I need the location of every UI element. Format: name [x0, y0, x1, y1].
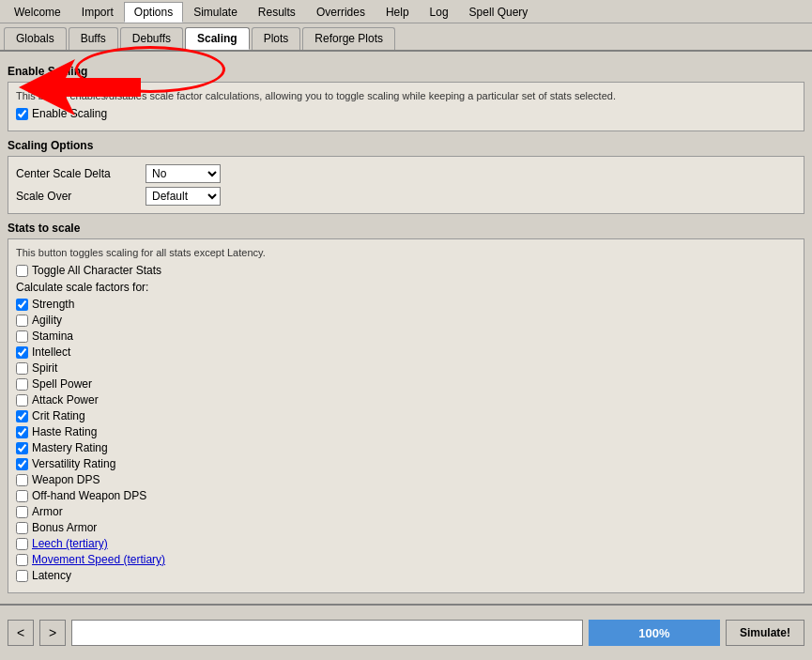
stat-row: Agility	[16, 314, 796, 327]
menu-import[interactable]: Import	[71, 2, 124, 23]
stat-label[interactable]: Bonus Armor	[32, 521, 97, 534]
stat-label[interactable]: Spirit	[32, 361, 57, 375]
menu-overrides[interactable]: Overrides	[306, 2, 375, 23]
stat-row: Spirit	[16, 361, 796, 375]
stat-checkbox-haste-rating[interactable]	[16, 426, 28, 438]
back-button[interactable]: <	[8, 620, 34, 646]
stats-box: This button toggles scaling for all stat…	[8, 238, 804, 593]
menu-options[interactable]: Options	[124, 2, 183, 23]
stat-label[interactable]: Spell Power	[32, 377, 92, 391]
tab-buffs[interactable]: Buffs	[69, 27, 118, 50]
enable-scaling-desc: This button enables/disables scale facto…	[16, 90, 796, 101]
scaling-options-header: Scaling Options	[8, 139, 804, 152]
stat-row: Bonus Armor	[16, 521, 796, 534]
stat-checkbox-leech-(tertiary)[interactable]	[16, 538, 28, 550]
forward-button[interactable]: >	[39, 620, 66, 646]
stat-row: Armor	[16, 505, 796, 518]
stat-label[interactable]: Intellect	[32, 345, 70, 359]
stat-label[interactable]: Latency	[32, 569, 71, 582]
stat-label[interactable]: Stamina	[32, 330, 73, 343]
bottom-input[interactable]	[71, 620, 583, 646]
stat-checkbox-agility[interactable]	[16, 315, 28, 327]
menu-spell-query[interactable]: Spell Query	[459, 2, 539, 23]
stat-label[interactable]: Haste Rating	[32, 425, 97, 438]
stat-checkbox-off-hand-weapon-dps[interactable]	[16, 490, 28, 502]
stat-row: Spell Power	[16, 377, 796, 391]
menu-simulate[interactable]: Simulate	[183, 2, 248, 23]
menu-bar: Welcome Import Options Simulate Results …	[0, 0, 812, 23]
menu-results[interactable]: Results	[248, 2, 306, 23]
stat-row: Attack Power	[16, 393, 796, 407]
enable-scaling-row: Enable Scaling	[16, 107, 796, 120]
stat-checkbox-spirit[interactable]	[16, 362, 28, 375]
stat-row: Off-hand Weapon DPS	[16, 489, 796, 502]
enable-scaling-box: This button enables/disables scale facto…	[8, 82, 804, 131]
stat-label[interactable]: Agility	[32, 314, 62, 327]
menu-log[interactable]: Log	[420, 2, 459, 23]
scale-over-select[interactable]: Default	[146, 187, 221, 206]
stat-label[interactable]: Mastery Rating	[32, 441, 108, 454]
stat-row: Mastery Rating	[16, 441, 796, 454]
stat-label[interactable]: Off-hand Weapon DPS	[32, 489, 146, 502]
stat-checkbox-strength[interactable]	[16, 299, 28, 311]
stat-row: Stamina	[16, 330, 796, 343]
scaling-options-box: Center Scale Delta No Yes Scale Over Def…	[8, 156, 804, 214]
stat-checkbox-stamina[interactable]	[16, 330, 28, 343]
stat-row: Haste Rating	[16, 425, 796, 438]
stat-checkbox-weapon-dps[interactable]	[16, 474, 28, 486]
toggle-all-row: Toggle All Character Stats	[16, 264, 796, 277]
tab-scaling[interactable]: Scaling	[185, 27, 250, 50]
stats-toggle-desc: This button toggles scaling for all stat…	[16, 247, 796, 258]
stats-header: Stats to scale	[8, 222, 804, 235]
tab-bar: Globals Buffs Debuffs Scaling Plots Refo…	[0, 23, 812, 52]
enable-scaling-header: Enable Scaling	[8, 65, 804, 78]
stat-row: Strength	[16, 298, 796, 311]
stat-row: Weapon DPS	[16, 473, 796, 486]
stat-checkbox-bonus-armor[interactable]	[16, 522, 28, 534]
stat-checkbox-spell-power[interactable]	[16, 378, 28, 391]
bottom-bar: < > 100% Simulate!	[0, 604, 812, 660]
progress-bar: 100%	[589, 620, 720, 646]
stat-checkbox-crit-rating[interactable]	[16, 410, 28, 422]
stat-label[interactable]: Attack Power	[32, 393, 99, 407]
stat-row: Versatility Rating	[16, 457, 796, 470]
stats-list: StrengthAgilityStaminaIntellectSpiritSpe…	[16, 298, 796, 582]
stat-row: Movement Speed (tertiary)	[16, 553, 796, 566]
stat-label[interactable]: Movement Speed (tertiary)	[32, 553, 165, 566]
enable-scaling-checkbox[interactable]	[16, 108, 28, 120]
calc-label: Calculate scale factors for:	[16, 281, 796, 294]
stat-checkbox-mastery-rating[interactable]	[16, 442, 28, 454]
enable-scaling-label[interactable]: Enable Scaling	[32, 107, 107, 120]
stat-checkbox-armor[interactable]	[16, 506, 28, 518]
stat-label[interactable]: Strength	[32, 298, 74, 311]
menu-help[interactable]: Help	[375, 2, 420, 23]
toggle-all-label[interactable]: Toggle All Character Stats	[32, 264, 161, 277]
stat-row: Intellect	[16, 345, 796, 359]
stat-row: Latency	[16, 569, 796, 582]
stat-checkbox-versatility-rating[interactable]	[16, 458, 28, 470]
stat-checkbox-intellect[interactable]	[16, 346, 28, 359]
stat-checkbox-latency[interactable]	[16, 570, 28, 582]
stat-label[interactable]: Armor	[32, 505, 63, 518]
stat-label[interactable]: Crit Rating	[32, 409, 85, 422]
stat-label[interactable]: Leech (tertiary)	[32, 537, 108, 550]
stat-label[interactable]: Weapon DPS	[32, 473, 100, 486]
options-grid: Center Scale Delta No Yes Scale Over Def…	[16, 164, 796, 206]
stat-checkbox-attack-power[interactable]	[16, 394, 28, 407]
stat-row: Leech (tertiary)	[16, 537, 796, 550]
stat-row: Crit Rating	[16, 409, 796, 422]
scale-over-label: Scale Over	[16, 190, 138, 203]
stat-checkbox-movement-speed-(tertiary)[interactable]	[16, 554, 28, 566]
toggle-all-checkbox[interactable]	[16, 265, 28, 277]
tab-reforge-plots[interactable]: Reforge Plots	[302, 27, 395, 50]
center-scale-delta-label: Center Scale Delta	[16, 167, 138, 180]
main-content: Enable Scaling This button enables/disab…	[0, 52, 812, 599]
tab-debuffs[interactable]: Debuffs	[120, 27, 183, 50]
simulate-button[interactable]: Simulate!	[726, 620, 804, 646]
tab-globals[interactable]: Globals	[4, 27, 67, 50]
center-scale-delta-select[interactable]: No Yes	[146, 164, 221, 183]
stat-label[interactable]: Versatility Rating	[32, 457, 115, 470]
menu-welcome[interactable]: Welcome	[4, 2, 71, 23]
tab-plots[interactable]: Plots	[252, 27, 301, 50]
